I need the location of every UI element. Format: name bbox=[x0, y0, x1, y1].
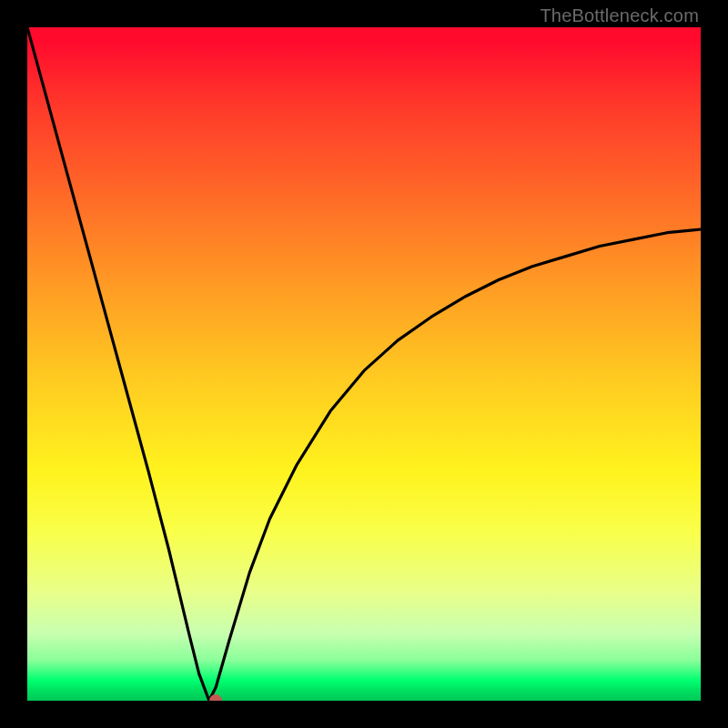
optimum-marker bbox=[209, 694, 222, 701]
watermark-text: TheBottleneck.com bbox=[540, 5, 699, 26]
chart-container: TheBottleneck.com bbox=[0, 0, 728, 728]
bottleneck-curve bbox=[27, 27, 701, 701]
plot-area bbox=[27, 27, 701, 701]
